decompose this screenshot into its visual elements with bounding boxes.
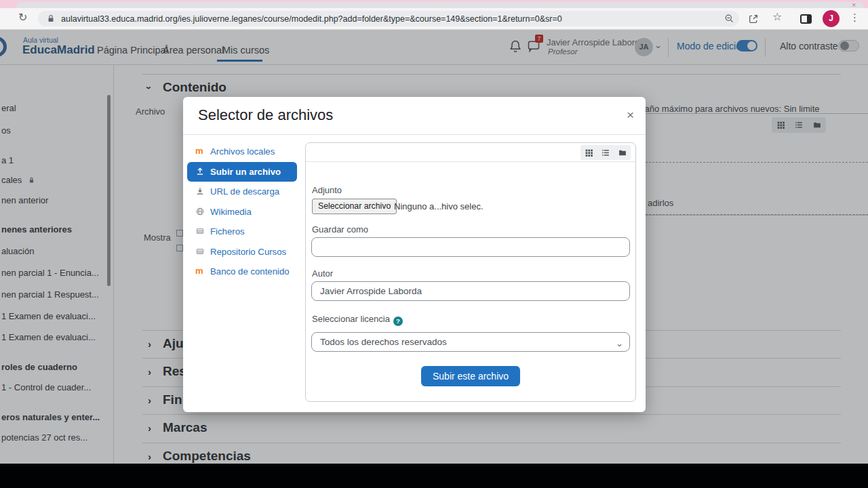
- tab-archivos-locales[interactable]: m Archivos locales: [187, 142, 297, 162]
- panel-toolbar: [306, 143, 635, 162]
- server-icon: [195, 247, 205, 256]
- view-mode-buttons: [580, 145, 631, 160]
- reload-icon[interactable]: ↻: [18, 12, 27, 22]
- divider: [183, 134, 646, 135]
- letterbox-bar: [0, 464, 868, 488]
- adjunto-label: Adjunto: [312, 185, 342, 195]
- browser-toolbar: › ↻ aulavirtual33.educa.madrid.org/ies.j…: [0, 8, 868, 30]
- tab-ficheros[interactable]: Ficheros: [187, 222, 297, 242]
- save-as-input[interactable]: [311, 237, 630, 257]
- tab-banco-de-contenido[interactable]: m Banco de contenido: [187, 262, 297, 282]
- list-view-icon[interactable]: [601, 148, 610, 157]
- help-icon[interactable]: ?: [393, 317, 403, 326]
- url-text[interactable]: aulavirtual33.educa.madrid.org/ies.julio…: [61, 14, 562, 24]
- download-icon: [195, 186, 205, 196]
- zoom-out-icon[interactable]: [724, 14, 734, 24]
- upload-icon: [195, 167, 205, 176]
- upload-panel: Adjunto Seleccionar archivo Ninguno a...…: [305, 142, 636, 402]
- bookmark-star-icon[interactable]: ☆: [772, 12, 782, 22]
- tree-view-folder-icon[interactable]: [618, 148, 627, 157]
- licencia-label: Seleccionar licencia?: [312, 314, 403, 326]
- address-bar[interactable]: aulavirtual33.educa.madrid.org/ies.julio…: [38, 11, 739, 26]
- side-panel-icon[interactable]: [800, 14, 812, 24]
- file-status-text: Ninguno a...hivo selec.: [394, 201, 484, 211]
- tab-url-de-descarga[interactable]: URL de descarga: [187, 182, 297, 202]
- license-select[interactable]: Todos los derechos reservados ›: [311, 332, 630, 352]
- close-icon[interactable]: ×: [627, 108, 634, 123]
- tab-wikimedia[interactable]: Wikimedia: [187, 202, 297, 222]
- grid-view-icon[interactable]: [585, 148, 593, 157]
- chevron-down-icon: ›: [610, 344, 629, 346]
- guardar-como-label: Guardar como: [312, 224, 368, 235]
- browser-tab-strip: ×: [0, 0, 868, 8]
- modal-title: Selector de archivos: [198, 106, 333, 124]
- lock-icon: [47, 14, 55, 23]
- author-input[interactable]: [311, 281, 630, 301]
- share-icon[interactable]: [748, 14, 759, 24]
- browser-tab[interactable]: ×: [16, 2, 864, 8]
- moodle-icon: m: [195, 266, 205, 276]
- file-picker-modal: Selector de archivos × m Archivos locale…: [183, 97, 646, 412]
- globe-icon: [195, 207, 205, 216]
- browser-profile-avatar[interactable]: J: [823, 10, 840, 27]
- autor-label: Autor: [312, 268, 333, 279]
- screen: × › ↻ aulavirtual33.educa.madrid.org/ies…: [0, 0, 868, 488]
- browser-menu-icon[interactable]: ⋮: [850, 12, 860, 22]
- select-file-button[interactable]: Seleccionar archivo: [312, 199, 397, 214]
- upload-file-button[interactable]: Subir este archivo: [421, 366, 520, 386]
- tab-subir-un-archivo[interactable]: Subir un archivo: [187, 162, 297, 182]
- tab-repositorio-cursos[interactable]: Repositorio Cursos: [187, 242, 297, 262]
- moodle-icon: m: [195, 146, 205, 156]
- server-icon: [195, 226, 205, 236]
